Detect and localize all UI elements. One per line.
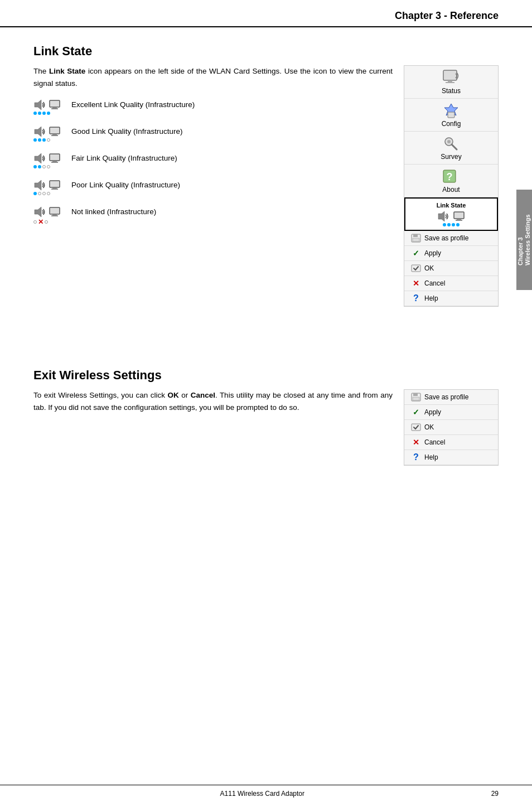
dot bbox=[47, 112, 50, 115]
signal-dots-good bbox=[33, 138, 50, 142]
exit-save-profile-button[interactable]: Save as profile bbox=[404, 390, 498, 405]
wlan-survey-item[interactable]: Survey bbox=[404, 132, 498, 165]
speaker-icon-notlinked bbox=[33, 206, 47, 218]
good-label: Good Link Quality (Infrastructure) bbox=[71, 126, 183, 136]
wlan-status-item[interactable]: Status bbox=[404, 66, 498, 99]
about-label: About bbox=[442, 186, 460, 194]
poor-label: Poor Link Quality (Infrastructure) bbox=[71, 180, 180, 189]
help-button[interactable]: ? Help bbox=[404, 291, 498, 306]
signal-dots-notlinked: ✕ bbox=[33, 219, 48, 225]
panel-monitor-icon bbox=[453, 211, 465, 222]
exit-apply-label: Apply bbox=[424, 408, 441, 416]
exit-ok-label: OK bbox=[424, 423, 434, 431]
help-label: Help bbox=[424, 294, 438, 302]
wlan-config-item[interactable]: Config bbox=[404, 99, 498, 132]
wlan-about-item[interactable]: ? About bbox=[404, 165, 498, 197]
status-icon bbox=[441, 69, 461, 86]
chapter-header-text: Chapter 3 - Reference bbox=[395, 10, 499, 21]
dot bbox=[42, 112, 46, 115]
dot bbox=[33, 138, 37, 142]
speaker-icon-excellent bbox=[33, 99, 47, 110]
footer-page-number: 29 bbox=[491, 790, 499, 798]
monitor-icon-poor bbox=[49, 180, 61, 191]
signal-dots-poor bbox=[33, 192, 50, 195]
exit-cancel-icon: ✕ bbox=[411, 437, 421, 447]
fair-label: Fair Link Quality (Infrastructure) bbox=[71, 153, 177, 162]
list-item: Excellent Link Quality (Infrastructure) bbox=[33, 99, 393, 115]
dot bbox=[38, 165, 41, 168]
cancel-button[interactable]: ✕ Cancel bbox=[404, 276, 498, 291]
svg-text:?: ? bbox=[447, 171, 453, 182]
svg-rect-1 bbox=[52, 107, 57, 108]
good-icons bbox=[33, 126, 67, 142]
svg-rect-30 bbox=[413, 238, 419, 241]
exit-ok-button[interactable]: OK bbox=[404, 420, 498, 435]
speaker-icon-fair bbox=[33, 153, 47, 164]
panel-speaker-icon bbox=[437, 211, 451, 222]
link-state-panel-label: Link State bbox=[437, 202, 466, 209]
svg-rect-26 bbox=[457, 219, 461, 220]
dot bbox=[38, 138, 41, 142]
svg-rect-5 bbox=[51, 135, 58, 136]
survey-label: Survey bbox=[441, 153, 461, 161]
svg-rect-19 bbox=[448, 112, 454, 118]
svg-rect-14 bbox=[51, 215, 58, 216]
monitor-icon-notlinked bbox=[49, 206, 61, 218]
dot bbox=[42, 165, 46, 168]
exit-cancel-button[interactable]: ✕ Cancel bbox=[404, 435, 498, 450]
dot bbox=[42, 192, 46, 195]
svg-rect-31 bbox=[412, 265, 420, 272]
ok-button[interactable]: OK bbox=[404, 261, 498, 276]
panel-signal-dots bbox=[443, 223, 460, 226]
page-footer: A111 Wireless Card Adaptor 29 bbox=[0, 785, 532, 802]
ok-label: OK bbox=[424, 264, 434, 272]
svg-rect-9 bbox=[50, 181, 60, 187]
svg-rect-7 bbox=[52, 161, 57, 162]
svg-rect-29 bbox=[413, 234, 418, 237]
wlan-link-state-item[interactable]: Link State bbox=[404, 197, 498, 231]
dot bbox=[33, 112, 37, 115]
help-icon: ? bbox=[411, 293, 421, 303]
exit-cancel-label: Cancel bbox=[424, 438, 445, 446]
exit-description: To exit Wireless Settings, you can click… bbox=[33, 389, 393, 413]
list-item: Poor Link Quality (Infrastructure) bbox=[33, 180, 393, 195]
exit-apply-button[interactable]: ✓ Apply bbox=[404, 405, 498, 420]
save-icon bbox=[411, 233, 421, 243]
speaker-icon-good bbox=[33, 126, 47, 137]
link-state-description: The Link State icon appears on the left … bbox=[33, 65, 393, 89]
page-container: Chapter 3 - Reference Chapter 3Wireless … bbox=[0, 0, 532, 802]
svg-rect-13 bbox=[52, 214, 57, 215]
exit-section: To exit Wireless Settings, you can click… bbox=[33, 389, 499, 466]
exit-help-button[interactable]: ? Help bbox=[404, 450, 498, 465]
svg-rect-3 bbox=[50, 127, 60, 134]
svg-point-21 bbox=[447, 140, 451, 143]
link-state-title: Link State bbox=[33, 44, 499, 59]
main-content: Link State The Link State icon appears o… bbox=[0, 27, 532, 631]
list-item: Fair Link Quality (Infrastructure) bbox=[33, 153, 393, 168]
svg-rect-16 bbox=[448, 80, 452, 82]
save-profile-button[interactable]: Save as profile bbox=[404, 231, 498, 246]
exit-save-profile-label: Save as profile bbox=[424, 393, 468, 401]
spacer bbox=[33, 329, 499, 363]
excellent-label: Excellent Link Quality (Infrastructure) bbox=[71, 99, 195, 109]
poor-icons bbox=[33, 180, 67, 195]
chapter-header: Chapter 3 - Reference bbox=[0, 0, 532, 27]
exit-check-icon: ✓ bbox=[411, 407, 421, 417]
notlinked-label: Not linked (Infrastructure) bbox=[71, 206, 156, 216]
svg-rect-8 bbox=[51, 162, 58, 163]
save-profile-label: Save as profile bbox=[424, 234, 468, 242]
survey-icon bbox=[441, 135, 461, 152]
exit-ok-icon bbox=[411, 422, 421, 432]
check-icon: ✓ bbox=[411, 248, 421, 258]
notlinked-icons: ✕ bbox=[33, 206, 67, 225]
svg-rect-17 bbox=[446, 82, 454, 83]
apply-button[interactable]: ✓ Apply bbox=[404, 246, 498, 261]
dot bbox=[38, 192, 41, 195]
svg-rect-37 bbox=[412, 424, 420, 431]
exit-help-icon: ? bbox=[411, 452, 421, 462]
cancel-label: Cancel bbox=[424, 279, 445, 287]
status-label: Status bbox=[442, 87, 461, 95]
dot bbox=[42, 138, 46, 142]
svg-rect-10 bbox=[52, 187, 57, 189]
config-label: Config bbox=[442, 120, 461, 128]
